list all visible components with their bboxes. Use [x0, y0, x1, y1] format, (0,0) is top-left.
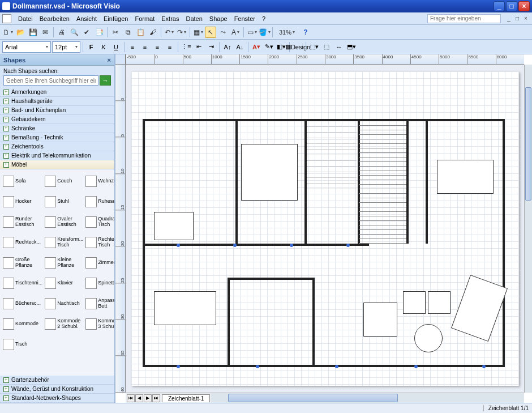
close-button[interactable]: × [518, 1, 530, 11]
doc-restore-button[interactable]: □ [513, 15, 521, 23]
menu-datei[interactable]: Datei [15, 14, 36, 23]
print-button[interactable]: 🖨 [56, 27, 67, 38]
wall-interior[interactable] [406, 119, 409, 244]
save-button[interactable]: 💾 [27, 27, 38, 38]
shape-stencil-item[interactable]: Rechteck... Tisch [85, 233, 114, 252]
selection-handle[interactable] [177, 365, 180, 368]
shape-stencil-item[interactable]: Couch [44, 172, 84, 191]
format-painter-button[interactable]: 🖌 [147, 27, 158, 38]
minimize-button[interactable]: _ [494, 1, 505, 11]
help-button[interactable]: ? [300, 27, 311, 38]
distribute-button[interactable]: ⬚ [321, 41, 332, 53]
doc-close-button[interactable]: × [522, 15, 530, 23]
paste-button[interactable]: 📋 [135, 27, 146, 38]
align-justify-button[interactable]: ≡ [164, 41, 175, 53]
furniture-chair[interactable] [403, 291, 426, 314]
align-left-button[interactable]: ≡ [127, 41, 138, 53]
undo-button[interactable]: ↶▾ [164, 27, 175, 38]
menu-daten[interactable]: Daten [182, 14, 205, 23]
stairs[interactable] [359, 121, 406, 244]
shape-stencil-item[interactable]: Kommode [2, 314, 43, 334]
shapes-search-go-button[interactable]: → [100, 75, 111, 86]
menu-help[interactable]: ? [259, 14, 269, 23]
selection-handle[interactable] [346, 244, 350, 247]
wall-interior[interactable] [312, 278, 315, 366]
shape-stencil-item[interactable]: Hocker [2, 192, 43, 211]
shapes-category[interactable]: Gartenzubehör [0, 376, 114, 385]
page-tab[interactable]: Zeichenblatt-1 [162, 394, 210, 402]
pointer-tool-button[interactable]: ↖ [205, 27, 216, 38]
wall-interior[interactable] [235, 119, 238, 244]
redo-button[interactable]: ↷▾ [176, 27, 187, 38]
font-size-combo[interactable]: 12pt▾ [52, 41, 80, 53]
zoom-combo[interactable]: 31%▾ [275, 27, 299, 38]
tab-next-button[interactable]: ▶ [144, 394, 152, 402]
furniture-bed[interactable] [437, 160, 494, 194]
doc-minimize-button[interactable]: _ [505, 15, 513, 23]
wall-interior[interactable] [228, 278, 314, 280]
furniture-sofa[interactable] [451, 275, 508, 342]
cut-button[interactable]: ✂ [110, 27, 121, 38]
shapes-category[interactable]: Wände, Gerüst und Konstruktion [0, 385, 114, 394]
menu-fenster[interactable]: Fenster [231, 14, 259, 23]
decrease-font-button[interactable]: A↓ [234, 41, 246, 53]
decrease-indent-button[interactable]: ⇤ [193, 41, 204, 53]
furniture-table[interactable] [363, 303, 397, 337]
shapes-category[interactable]: Elektrik und Telekommunikation [0, 151, 114, 160]
menu-shape[interactable]: Shape [206, 14, 231, 23]
align-right-button[interactable]: ≡ [152, 41, 163, 53]
shape-stencil-item[interactable]: Spinettkl... [85, 274, 114, 293]
shapes-panel-close-button[interactable]: × [108, 57, 111, 63]
stairs-steps[interactable] [307, 121, 357, 189]
vertical-scrollbar[interactable] [524, 65, 532, 393]
ruler-vertical[interactable]: 0510152025303540 [115, 65, 126, 393]
shape-stencil-item[interactable]: Sofa [2, 172, 43, 191]
shape-stencil-item[interactable]: Runder Esstisch [2, 212, 43, 232]
shapes-category[interactable]: Zeichentools [0, 142, 114, 151]
text-tool-button[interactable]: A▾ [230, 27, 241, 38]
wall-interior[interactable] [228, 278, 230, 366]
help-search-input[interactable] [427, 14, 501, 23]
fill-color-button[interactable]: 🪣▾ [259, 27, 270, 38]
italic-button[interactable]: K [98, 41, 109, 53]
copy-button[interactable]: ⧉ [122, 27, 134, 38]
selection-handle[interactable] [256, 365, 259, 368]
shape-stencil-item[interactable]: Quadrati... Tisch [85, 212, 114, 232]
wall-outer-left[interactable] [143, 119, 145, 367]
furniture-round-table[interactable] [414, 324, 443, 352]
design-button[interactable]: ▦ Design [292, 41, 303, 53]
new-button[interactable]: 🗋▾ [2, 27, 14, 38]
selection-handle[interactable] [414, 365, 418, 368]
furniture-shower[interactable] [241, 144, 298, 201]
shapes-category[interactable]: Bemaßung - Technik [0, 133, 114, 142]
tab-prev-button[interactable]: ◀ [135, 394, 143, 402]
shapes-category[interactable]: Bad- und Küchenplan [0, 106, 114, 115]
spellcheck-button[interactable]: ✔ [81, 27, 92, 38]
furniture-chair[interactable] [428, 291, 451, 314]
shape-stencil-item[interactable]: Kreisform... Tisch [44, 233, 84, 252]
increase-font-button[interactable]: A↑ [222, 41, 233, 53]
tab-first-button[interactable]: ⏮ [127, 394, 135, 402]
shapes-category[interactable]: Anmerkungen [0, 88, 114, 97]
shape-stencil-item[interactable]: Wohnzim... [85, 172, 114, 191]
align-shapes-button[interactable]: ⬚▾ [308, 41, 320, 53]
line-color-button[interactable]: ✎▾ [263, 41, 274, 53]
shape-stencil-item[interactable]: Kleine Pflanze [44, 253, 84, 273]
menu-ansicht[interactable]: Ansicht [73, 14, 100, 23]
bold-button[interactable]: F [85, 41, 97, 53]
shapes-category[interactable]: Standard-Netzwerk-Shapes [0, 394, 114, 403]
open-button[interactable]: 📂 [15, 27, 26, 38]
wall-interior[interactable] [426, 119, 428, 244]
layout-button[interactable]: ⬒▾ [346, 41, 357, 53]
selection-handle[interactable] [482, 365, 486, 368]
drawing-page[interactable] [131, 71, 519, 386]
horizontal-scrollbar[interactable] [211, 393, 524, 403]
maximize-button[interactable]: □ [506, 1, 517, 11]
shape-stencil-item[interactable]: Büchersc... [2, 294, 43, 313]
shape-stencil-item[interactable]: Anpassb... Bett [85, 294, 114, 313]
selection-handle[interactable] [177, 244, 180, 247]
shapes-search-input[interactable] [3, 75, 98, 86]
increase-indent-button[interactable]: ⇥ [205, 41, 217, 53]
menu-bearbeiten[interactable]: Bearbeiten [36, 14, 73, 23]
shape-stencil-item[interactable]: Ovaler Esstisch [44, 212, 84, 232]
